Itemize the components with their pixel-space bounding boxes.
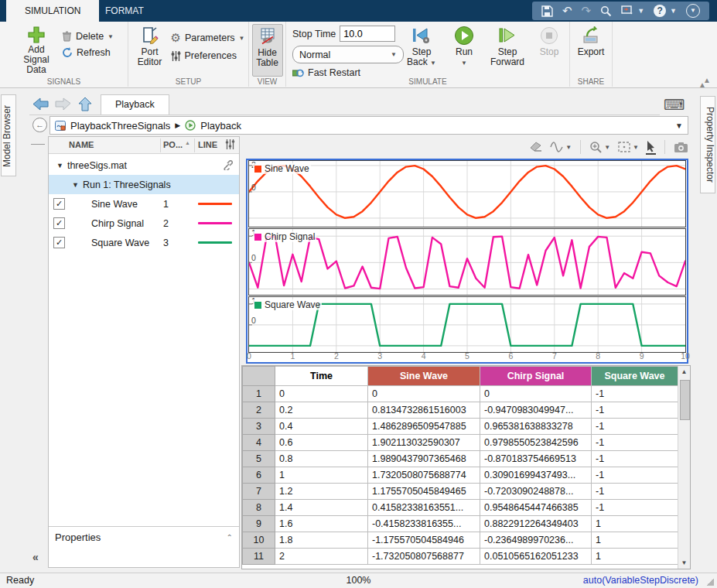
list-item-signal[interactable]: ✓Chirp Signal2: [49, 214, 239, 233]
signal-trace-caret-icon[interactable]: ▼: [565, 144, 572, 151]
table-cell[interactable]: 1.2: [275, 484, 368, 500]
table-cell[interactable]: 0.8822912264349403: [480, 516, 592, 532]
list-item-signal[interactable]: ✓Square Wave3: [49, 233, 239, 252]
table-row[interactable]: 81.40.41582338163551...0.954864544746638…: [243, 500, 678, 516]
table-cell[interactable]: 0.41582338163551...: [368, 500, 480, 516]
table-scrollbar[interactable]: ▲ ▼: [678, 366, 690, 569]
table-cell[interactable]: -1: [592, 500, 678, 516]
table-cell[interactable]: 0.4: [275, 419, 368, 435]
table-cell[interactable]: -1: [592, 451, 678, 467]
collapse-panel-up-icon[interactable]: ▲: [698, 80, 706, 89]
step-back-button[interactable]: Step Back ▼: [401, 24, 442, 75]
table-cell[interactable]: 1.1755705045849465: [368, 484, 480, 500]
table-cell[interactable]: 1.8: [275, 532, 368, 549]
table-cell[interactable]: -0.870183754669513: [480, 451, 592, 467]
table-row[interactable]: 101.8-1.175570504584946-0.2364989970236.…: [243, 532, 678, 549]
table-cell[interactable]: 1: [592, 532, 678, 549]
expand-caret-icon[interactable]: ▼: [56, 162, 63, 169]
table-cell[interactable]: 0.9548645447466385: [480, 500, 592, 516]
table-cell[interactable]: -1: [592, 402, 678, 419]
table-cell[interactable]: 0.8: [275, 451, 368, 467]
table-cell[interactable]: 0.9798550523842596: [480, 435, 592, 451]
up-button[interactable]: [77, 97, 94, 111]
property-inspector-tab[interactable]: Property Inspector: [700, 96, 715, 193]
table-header-time[interactable]: Time: [275, 367, 368, 386]
table-row[interactable]: 112-1.7320508075688770.05105651620512331: [243, 549, 678, 565]
row-number-cell[interactable]: 1: [243, 386, 275, 402]
hide-table-button[interactable]: Hide Table: [252, 24, 283, 77]
keyboard-icon[interactable]: ⌨: [664, 96, 685, 114]
forward-button[interactable]: [54, 97, 71, 111]
undo-icon[interactable]: ↶: [562, 2, 572, 20]
table-row[interactable]: 40.61.9021130325903070.9798550523842596-…: [243, 435, 678, 451]
table-cell[interactable]: -1.732050807568877: [368, 549, 480, 565]
table-header-square-wave[interactable]: Square Wave: [592, 367, 678, 386]
refresh-button[interactable]: Refresh: [62, 47, 114, 58]
document-tab-playback[interactable]: Playback: [101, 94, 169, 115]
table-cell[interactable]: -1: [592, 435, 678, 451]
list-item-signal[interactable]: ✓Sine Wave1: [49, 194, 239, 214]
breadcrumb-node[interactable]: Playback: [200, 120, 241, 132]
snapshot-camera-icon[interactable]: [674, 142, 688, 153]
table-cell[interactable]: 2: [275, 549, 368, 565]
table-cell[interactable]: -0.4158233816355...: [368, 516, 480, 532]
tab-simulation[interactable]: SIMULATION: [6, 0, 99, 22]
table-cell[interactable]: 0.6: [275, 435, 368, 451]
plot-area[interactable]: 20Sine Wave10Chirp Signal10Square Wave 0…: [246, 159, 688, 364]
table-cell[interactable]: 0.30901699437493...: [480, 467, 592, 484]
table-cell[interactable]: -1: [592, 467, 678, 484]
preferences-button[interactable]: Preferences: [171, 50, 245, 61]
step-back-caret-icon[interactable]: ▼: [430, 60, 436, 67]
collapse-browser-icon[interactable]: ←: [32, 118, 47, 132]
collapse-panel-left-icon[interactable]: «: [32, 551, 39, 563]
table-cell[interactable]: -0.9470983049947...: [480, 402, 592, 419]
stop-time-input[interactable]: [340, 26, 395, 42]
subplot-sine-wave[interactable]: 20Sine Wave: [248, 160, 686, 227]
parameters-caret-icon[interactable]: ▼: [239, 35, 245, 42]
run-caret-icon[interactable]: ▼: [461, 60, 467, 67]
row-number-cell[interactable]: 7: [243, 484, 275, 500]
panel-divider[interactable]: [31, 144, 45, 145]
table-row[interactable]: 1000-1: [243, 386, 678, 402]
row-number-cell[interactable]: 11: [243, 549, 275, 565]
back-button[interactable]: [32, 97, 50, 111]
table-row[interactable]: 611.73205080756887740.30901699437493...-…: [243, 467, 678, 484]
row-number-cell[interactable]: 2: [243, 402, 275, 419]
run-button[interactable]: Run▼: [446, 24, 483, 75]
breadcrumb-dropdown-icon[interactable]: ▼: [675, 121, 683, 130]
layout-caret-icon[interactable]: ▼: [637, 7, 644, 15]
table-row[interactable]: 20.20.8134732861516003-0.9470983049947..…: [243, 402, 678, 419]
tab-format[interactable]: FORMAT: [87, 0, 162, 22]
add-signal-data-button[interactable]: Add Signal Data: [14, 24, 59, 75]
signal-line-swatch[interactable]: [198, 203, 232, 205]
scroll-up-icon[interactable]: ▲: [678, 368, 690, 375]
list-item-run[interactable]: ▼ Run 1: ThreeSignals: [49, 175, 239, 194]
table-cell[interactable]: 0.2: [275, 402, 368, 419]
table-cell[interactable]: 1.6: [275, 516, 368, 532]
table-cell[interactable]: 0: [480, 386, 592, 402]
table-row[interactable]: 71.21.1755705045849465-0.7203090248878..…: [243, 484, 678, 500]
fit-to-view-icon[interactable]: ▼: [617, 141, 639, 153]
signal-checkbox[interactable]: ✓: [53, 237, 65, 248]
row-number-cell[interactable]: 6: [243, 467, 275, 484]
subplot-chirp-signal[interactable]: 10Chirp Signal: [248, 228, 686, 296]
desktop-layout-icon[interactable]: [621, 5, 633, 16]
search-icon[interactable]: [600, 5, 612, 17]
subplot-square-wave[interactable]: 10Square Wave: [248, 296, 686, 353]
table-cell[interactable]: 0.0510565162051233: [480, 549, 592, 565]
simulation-mode-select[interactable]: Normal▼: [292, 46, 404, 63]
model-browser-tab[interactable]: Model Browser: [1, 94, 16, 176]
table-row[interactable]: 91.6-0.4158233816355...0.882291226434940…: [243, 516, 678, 532]
help-icon[interactable]: ?: [654, 5, 666, 17]
delete-caret-icon[interactable]: ▼: [108, 33, 114, 40]
eraser-icon[interactable]: [530, 142, 543, 152]
table-row[interactable]: 30.41.48628965095478850.965381638833278-…: [243, 419, 678, 435]
stop-button[interactable]: Stop: [532, 24, 566, 75]
port-editor-button[interactable]: Port Editor: [132, 24, 168, 75]
help-caret-icon[interactable]: ▼: [670, 7, 677, 15]
delete-button[interactable]: Delete▼: [62, 31, 114, 42]
table-cell[interactable]: -1: [592, 484, 678, 500]
redo-icon[interactable]: ↷: [582, 2, 592, 20]
table-cell[interactable]: 1.9890437907365468: [368, 451, 480, 467]
list-item-file[interactable]: ▼ threeSigs.mat: [49, 156, 239, 175]
